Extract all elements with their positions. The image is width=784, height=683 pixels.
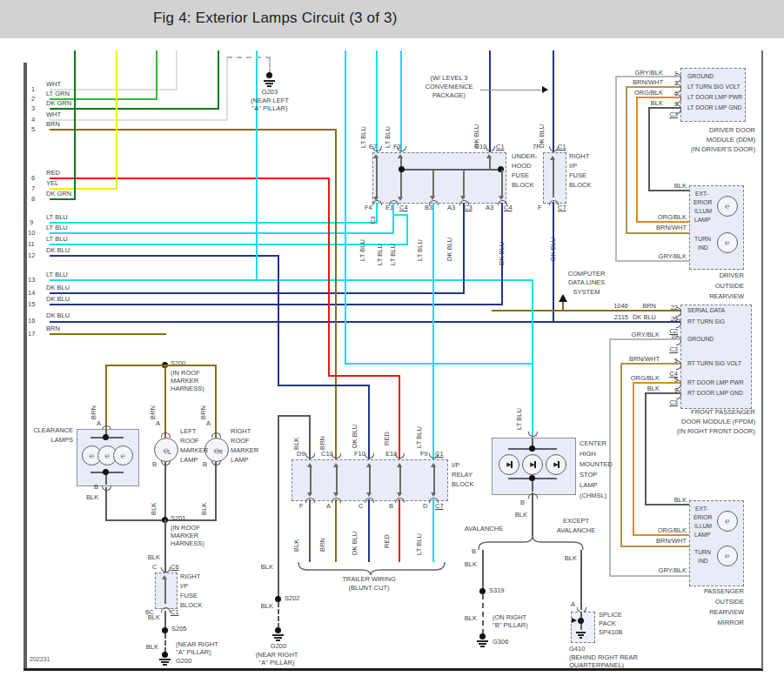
wire-color-label: BRN: [90, 405, 97, 419]
ground-symbol-g306: [477, 640, 488, 642]
wire-segment: [636, 221, 689, 223]
wire-color-label: BLK: [201, 503, 208, 515]
wire-color-label: BLK: [465, 561, 477, 568]
wiring-diagram: Fig 4: Exterior Lamps Circuit (3 of 3) 2…: [0, 0, 784, 683]
relay-name: I/P: [452, 462, 459, 469]
led-icon: ▶: [499, 454, 519, 475]
wire-segment: [50, 198, 75, 200]
ddm-pin-function: LT DOOR LMP PWR: [687, 94, 742, 100]
wire-segment: [105, 519, 217, 521]
avalanche-brace: [477, 534, 585, 550]
wire-segment: [463, 203, 465, 293]
wire-segment: [278, 602, 279, 628]
ground-symbol-splice: [576, 632, 586, 633]
ground-bar: [479, 643, 486, 645]
wire-segment: [633, 382, 680, 384]
mirror-lamp-label: ILLUM: [694, 208, 712, 214]
connector-label: C3: [370, 216, 376, 224]
clearance-lamps-name: LAMPS: [51, 437, 73, 444]
ground-location: "A" PILLAR): [176, 649, 211, 656]
wire-color-label: BLK: [148, 614, 160, 621]
wire-segment: [105, 365, 217, 366]
driver-mirror-name: REARVIEW: [709, 293, 744, 300]
wire-segment: [633, 534, 689, 536]
wire-segment: [620, 363, 680, 365]
ground-bar: [578, 634, 584, 636]
ground-location: (NEAR LEFT: [251, 97, 289, 104]
ground-bar: [580, 637, 582, 639]
wire-segment: [626, 86, 680, 88]
wire-segment: [626, 86, 627, 234]
wire-color-label: DK BLU: [633, 314, 656, 321]
wire-number: 14: [28, 290, 35, 297]
wire-segment: [645, 392, 680, 394]
wire-segment: [406, 214, 408, 245]
wire-color-label: DK BLU: [46, 285, 70, 291]
trailer-brace: [297, 562, 446, 576]
connector-label: C7: [558, 204, 566, 211]
wire-color-label: LT BLU: [360, 126, 367, 148]
pin-label: B: [152, 461, 157, 468]
wire-segment: [278, 415, 311, 417]
wire-segment: [432, 203, 434, 460]
internal-bus: [532, 479, 533, 492]
leader-line: [480, 90, 541, 90]
wire-color-label: BLK: [261, 603, 273, 610]
wire-segment: [164, 519, 166, 573]
wire-segment: [645, 392, 647, 506]
ground-bar: [267, 85, 271, 87]
ground-label-g306: G306: [493, 639, 508, 646]
wire-segment: [328, 375, 400, 377]
wire-segment: [218, 50, 219, 110]
wire-segment: [553, 202, 554, 323]
ground-location: (ON RIGHT: [493, 614, 526, 621]
connector-arc: [372, 146, 382, 151]
pin-label: B3: [425, 204, 432, 211]
wire-segment: [50, 232, 394, 234]
relay-name: RELAY: [452, 472, 472, 479]
wire-segment: [50, 244, 408, 245]
splice-label-s205: S205: [171, 626, 187, 633]
wire-segment: [399, 375, 400, 460]
ground-location: "B" PILLAR): [493, 622, 528, 629]
connector-label: C6: [171, 564, 179, 571]
driver-outside-mirror: [689, 185, 744, 270]
connector-arc: [429, 453, 439, 459]
wire-color-label: BLK: [261, 564, 273, 571]
pin-label: A: [571, 601, 575, 608]
wire-number: 4: [31, 117, 35, 124]
junction-dot-s319: [479, 588, 486, 594]
wire-segment: [335, 499, 337, 562]
pin-label: C: [152, 564, 157, 571]
wire-segment: [636, 97, 638, 223]
wire-color-label: DK BLU: [352, 532, 358, 555]
wire-segment: [615, 260, 689, 262]
wire-segment: [105, 365, 107, 430]
wire-segment: [309, 499, 311, 562]
arrow-right-icon: [542, 86, 548, 93]
right-roof-marker-name: RIGHT: [231, 428, 251, 435]
internal-arrow: [501, 170, 503, 198]
wire-segment: [432, 499, 434, 562]
wire-color-label: LT BLU: [516, 408, 523, 430]
pin-label: D9: [297, 451, 305, 458]
wire-color-label: BRN: [46, 121, 60, 128]
wire-color-label: BRN/WHT: [633, 79, 663, 86]
splice-label-s201: S201: [171, 515, 186, 522]
mirror-lamp-label: LAMP: [694, 532, 711, 538]
pin-label: F10: [354, 451, 365, 458]
wire-segment: [580, 550, 582, 610]
arrow-up-icon: [559, 294, 567, 302]
trailer-wiring-label: TRAILER WIRING: [342, 576, 396, 583]
wire-segment: [492, 310, 680, 311]
mirror-lamp-label: LAMP: [694, 217, 711, 223]
connector-arc: [305, 453, 315, 459]
ground-bar: [276, 639, 280, 641]
pin-label: A: [206, 420, 211, 427]
wire-segment: [345, 50, 346, 365]
internal-arrow: [164, 577, 166, 604]
internal-arrow: [463, 170, 465, 198]
pin-label: B: [472, 548, 476, 555]
ground-symbol-g203: [264, 80, 275, 82]
trailer-wiring-label: (BLUNT CUT): [349, 585, 390, 592]
